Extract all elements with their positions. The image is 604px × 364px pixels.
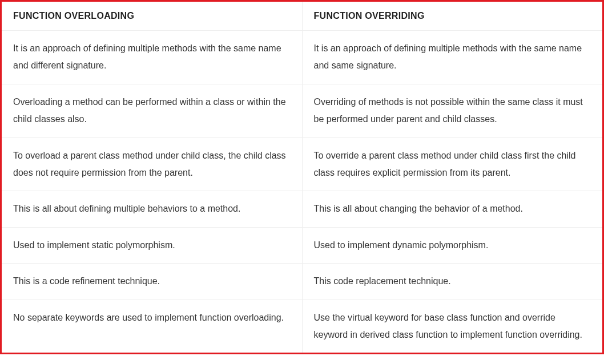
table-row: Overloading a method can be performed wi… [2, 84, 602, 137]
comparison-table-container: FUNCTION OVERLOADING FUNCTION OVERRIDING… [0, 0, 604, 354]
table-row: No separate keywords are used to impleme… [2, 300, 602, 353]
header-overriding: FUNCTION OVERRIDING [302, 2, 602, 31]
table-row: Used to implement static polymorphism. U… [2, 227, 602, 263]
cell-overloading: This is a code refinement technique. [2, 264, 302, 300]
cell-overloading: It is an approach of defining multiple m… [2, 31, 302, 84]
table-header-row: FUNCTION OVERLOADING FUNCTION OVERRIDING [2, 2, 602, 31]
cell-overriding: It is an approach of defining multiple m… [302, 31, 602, 84]
cell-overriding: Used to implement dynamic polymorphism. [302, 227, 602, 263]
cell-overriding: This code replacement technique. [302, 264, 602, 300]
cell-overloading: This is all about defining multiple beha… [2, 191, 302, 227]
cell-overriding: This is all about changing the behavior … [302, 191, 602, 227]
comparison-table: FUNCTION OVERLOADING FUNCTION OVERRIDING… [2, 2, 602, 353]
cell-overloading: Used to implement static polymorphism. [2, 227, 302, 263]
cell-overriding: To override a parent class method under … [302, 137, 602, 191]
cell-overriding: Overriding of methods is not possible wi… [302, 84, 602, 137]
table-row: This is all about defining multiple beha… [2, 191, 602, 227]
cell-overloading: Overloading a method can be performed wi… [2, 84, 302, 137]
table-row: It is an approach of defining multiple m… [2, 31, 602, 84]
table-row: This is a code refinement technique. Thi… [2, 264, 602, 300]
header-overloading: FUNCTION OVERLOADING [2, 2, 302, 31]
table-row: To overload a parent class method under … [2, 137, 602, 191]
cell-overriding: Use the virtual keyword for base class f… [302, 300, 602, 353]
cell-overloading: To overload a parent class method under … [2, 137, 302, 191]
cell-overloading: No separate keywords are used to impleme… [2, 300, 302, 353]
